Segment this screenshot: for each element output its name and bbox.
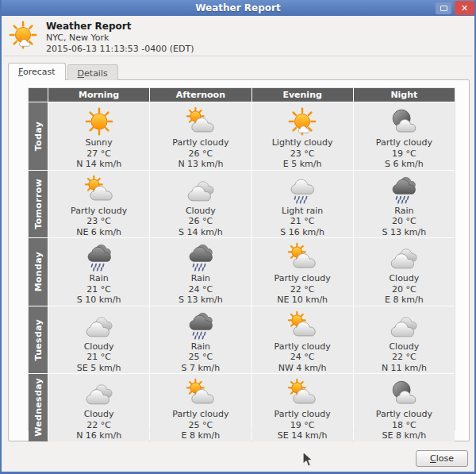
condition-text: Cloudy [84,341,114,353]
tab-forecast[interactable]: Forecast [8,63,66,80]
temperature-text: 25 °C [189,420,213,431]
wind-text: NE 10 km/h [277,295,328,306]
rain-icon [84,242,114,272]
temperature-text: 19 °C [392,148,416,160]
tab-bar: Forecast Details [8,63,118,80]
wind-text: E 8 km/h [385,295,424,306]
temperature-text: 19 °C [290,420,315,431]
forecast-cell-monday-evening: Partly cloudy22 °CNE 10 km/h [252,238,353,306]
condition-text: Partly cloudy [274,341,331,353]
condition-text: Sunny [85,137,112,148]
forecast-cell-monday-morning: Rain21 °CS 10 km/h [48,238,149,306]
wind-text: S 16 km/h [280,227,324,238]
close-button[interactable]: Close [416,450,468,467]
condition-text: Cloudy [389,273,419,284]
partly-cloudy-day-icon [186,378,216,408]
close-window-button[interactable]: ✕ [455,1,474,15]
forecast-cell-tuesday-afternoon: Rain25 °CS 7 km/h [150,306,251,374]
forecast-cell-today-afternoon: Partly cloudy26 °CN 13 km/h [150,102,251,170]
condition-text: Partly cloudy [376,137,432,148]
forecast-cell-tomorrow-morning: Partly cloudy23 °CNE 6 km/h [48,171,149,238]
temperature-text: 20 °C [392,284,416,295]
wind-text: S 10 km/h [77,295,121,306]
row-label-wednesday: Wednesday [29,374,48,441]
column-header-evening: Evening [252,88,353,102]
forecast-cell-monday-night: Cloudy20 °CE 8 km/h [354,238,455,306]
forecast-cell-wednesday-afternoon: Partly cloudy25 °CE 8 km/h [150,374,251,441]
maximize-button[interactable] [436,2,451,14]
partly-cloudy-day-icon [84,175,114,205]
wind-text: N 14 km/h [76,159,121,170]
temperature-text: 25 °C [189,352,213,363]
wind-text: E 8 km/h [182,430,221,441]
forecast-cell-wednesday-evening: Partly cloudy19 °CSE 14 km/h [252,374,353,441]
condition-text: Rain [394,206,413,217]
temperature-text: 21 °C [86,352,111,363]
wind-text: S 13 km/h [382,227,427,238]
condition-text: Cloudy [186,206,216,217]
forecast-cell-tuesday-morning: Cloudy21 °CSE 5 km/h [48,306,149,374]
temperature-text: 22 °C [392,352,416,363]
weather-status-icon [8,20,38,50]
wind-text: N 11 km/h [382,363,427,374]
condition-text: Partly cloudy [172,137,228,148]
forecast-cell-tuesday-evening: Partly cloudy24 °CNW 4 km/h [252,306,353,374]
row-label-tuesday: Tuesday [29,306,48,374]
wind-text: S 6 km/h [385,159,424,170]
row-label-text: Tuesday [33,319,44,360]
wind-text: SE 5 km/h [77,363,121,374]
condition-text: Cloudy [389,341,419,353]
forecast-cell-tomorrow-afternoon: Cloudy26 °CS 14 km/h [150,171,251,238]
forecast-cell-tomorrow-night: Rain20 °CS 13 km/h [354,171,455,238]
wind-text: S 14 km/h [178,227,223,238]
column-header-night: Night [354,88,455,102]
condition-text: Rain [191,341,210,353]
wind-text: NW 4 km/h [278,363,327,374]
tab-details[interactable]: Details [67,64,118,80]
mouse-cursor [302,451,313,468]
forecast-cell-wednesday-night: Partly cloudy18 °CSE 8 km/h [354,374,455,441]
location-text: NYC, New York [46,33,194,44]
temperature-text: 23 °C [86,216,111,227]
row-label-text: Monday [33,252,44,291]
rain-icon [389,175,419,205]
close-icon: ✕ [461,3,468,13]
forecast-cell-wednesday-morning: Cloudy22 °CN 16 km/h [48,374,149,441]
header-separator [3,56,473,56]
condition-text: Rain [191,273,210,284]
wind-text: S 13 km/h [178,295,223,306]
condition-text: Light rain [282,206,323,217]
partly-cloudy-day-icon [287,378,317,408]
wind-text: E 5 km/h [283,159,322,170]
temperature-text: 23 °C [290,148,315,160]
row-label-today: Today [29,102,48,170]
condition-text: Partly cloudy [71,206,127,217]
temperature-text: 24 °C [189,284,213,295]
cloudy-icon [84,378,114,408]
condition-text: Partly cloudy [376,409,432,420]
partly-cloudy-day-icon [287,242,317,272]
partly-cloudy-night-icon [389,106,419,137]
temperature-text: 21 °C [86,284,111,295]
cloudy-icon [389,242,419,272]
temperature-text: 27 °C [86,148,111,160]
wind-text: N 16 km/h [76,430,121,441]
temperature-text: 26 °C [189,148,213,160]
wind-text: SE 8 km/h [382,430,427,441]
report-title: Weather Report [46,21,194,33]
window-title: Weather Report [0,2,476,13]
wind-text: S 7 km/h [182,363,221,374]
rain-icon [186,242,216,272]
partly-cloudy-day-icon [186,106,216,137]
rain-icon [186,310,216,341]
cloudy-icon [84,310,114,341]
weather-report-window: Weather Report ✕ Weather Report NYC, New… [0,0,476,474]
table-corner [29,88,48,102]
partly-cloudy-night-icon [389,378,419,408]
temperature-text: 21 °C [290,216,315,227]
condition-text: Rain [90,273,109,284]
timestamp-text: 2015-06-13 11:13:53 -0400 (EDT) [46,44,194,55]
row-label-text: Today [33,121,44,151]
titlebar[interactable]: Weather Report ✕ [0,0,476,16]
column-header-morning: Morning [48,88,149,102]
